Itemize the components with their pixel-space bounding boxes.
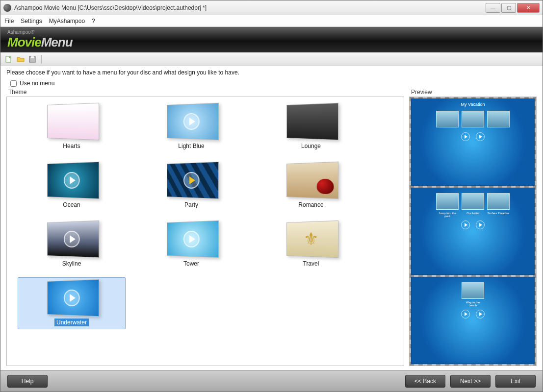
theme-name: Lounge: [299, 142, 323, 150]
preview-thumb: [487, 193, 510, 210]
theme-thumb: [47, 162, 99, 199]
theme-item-skyline[interactable]: Skyline: [18, 219, 126, 270]
app-icon: [3, 4, 11, 12]
preview-box: My VacationJump into the poolOur HotelSu…: [409, 97, 537, 366]
theme-thumb: [47, 279, 99, 317]
play-icon: [64, 172, 80, 189]
theme-item-light-blue[interactable]: Light Blue: [137, 101, 245, 153]
preview-thumb: [487, 111, 510, 127]
brand-bar: Ashampoo® MovieMenu: [0, 27, 543, 52]
open-project-button[interactable]: [16, 55, 25, 64]
preview-control-icon: [461, 220, 470, 229]
app-window: Ashampoo Movie Menu [C:\Users\ssc\Deskto…: [0, 0, 543, 392]
preview-title: My Vacation: [461, 102, 485, 107]
preview-thumb-label: Surfers Paradise: [487, 212, 510, 218]
content-row: Theme HeartsLight BlueLoungeOceanPartyRo…: [0, 89, 543, 370]
use-no-menu-label: Use no menu: [20, 80, 54, 87]
theme-name: Party: [182, 201, 200, 209]
theme-scroll-box[interactable]: HeartsLight BlueLoungeOceanPartyRomanceS…: [6, 97, 404, 366]
svg-rect-2: [31, 56, 34, 58]
theme-name: Ocean: [61, 201, 82, 209]
menu-settings[interactable]: Settings: [21, 18, 42, 24]
use-no-menu-row: Use no menu: [0, 79, 543, 89]
preview-thumb: [436, 111, 459, 127]
preview-thumb: [462, 282, 484, 299]
menu-file[interactable]: File: [4, 18, 14, 24]
theme-thumb: [167, 220, 219, 258]
titlebar: Ashampoo Movie Menu [C:\Users\ssc\Deskto…: [0, 0, 543, 15]
preview-thumb: [462, 193, 484, 210]
theme-thumb: [47, 103, 99, 140]
new-project-button[interactable]: [4, 55, 13, 64]
new-icon: [5, 55, 13, 63]
theme-thumb: [47, 220, 99, 258]
theme-name: Tower: [181, 260, 201, 268]
preview-slide: Way to the beach: [411, 277, 535, 364]
theme-label: Theme: [8, 89, 404, 96]
theme-grid: HeartsLight BlueLoungeOceanPartyRomanceS…: [18, 101, 401, 329]
minimize-button[interactable]: —: [486, 3, 500, 13]
window-controls: — ▢ ✕: [485, 3, 540, 13]
menubar: File Settings MyAshampoo ?: [0, 15, 543, 27]
preview-slide: Jump into the poolOur HotelSurfers Parad…: [411, 188, 535, 275]
brand-word-2: Menu: [41, 35, 73, 49]
theme-thumb: [286, 220, 338, 258]
theme-name: Hearts: [61, 142, 82, 150]
theme-item-ocean[interactable]: Ocean: [18, 160, 126, 212]
theme-thumb: [286, 103, 338, 140]
play-icon: [183, 113, 200, 130]
preview-control-icon: [476, 220, 485, 229]
theme-name: Romance: [296, 201, 325, 209]
toolbar-divider: [41, 55, 42, 64]
preview-control-icon: [461, 132, 470, 141]
theme-thumb: [167, 103, 219, 140]
preview-control-icon: [476, 310, 485, 318]
menu-myashampoo[interactable]: MyAshampoo: [49, 18, 85, 24]
theme-item-underwater[interactable]: Underwater: [18, 277, 126, 329]
toolbar: [0, 52, 543, 66]
theme-item-tower[interactable]: Tower: [137, 219, 245, 270]
theme-name: Travel: [301, 260, 321, 268]
theme-item-lounge[interactable]: Lounge: [257, 101, 365, 153]
preview-slide: My Vacation: [411, 98, 535, 186]
theme-panel: Theme HeartsLight BlueLoungeOceanPartyRo…: [6, 89, 404, 366]
theme-item-romance[interactable]: Romance: [257, 160, 365, 212]
preview-control-icon: [476, 132, 485, 141]
brand-word-1: Movie: [7, 35, 41, 49]
preview-thumb: [436, 193, 459, 210]
theme-thumb: [286, 162, 338, 199]
save-icon: [28, 55, 36, 63]
play-icon: [64, 290, 80, 307]
theme-item-party[interactable]: Party: [137, 160, 245, 212]
preview-thumb-label: Our Hotel: [462, 212, 484, 218]
use-no-menu-checkbox[interactable]: [10, 80, 17, 87]
help-button[interactable]: Help: [7, 375, 48, 388]
menu-help[interactable]: ?: [92, 18, 95, 24]
folder-open-icon: [17, 55, 25, 63]
theme-name: Underwater: [54, 318, 89, 326]
preview-label: Preview: [411, 89, 537, 96]
back-button[interactable]: << Back: [405, 375, 445, 388]
preview-control-icon: [461, 310, 470, 318]
save-project-button[interactable]: [28, 55, 37, 64]
play-icon: [64, 231, 80, 248]
next-button[interactable]: Next >>: [450, 375, 491, 388]
preview-thumb: [462, 111, 484, 127]
theme-thumb: [167, 162, 219, 199]
theme-name: Skyline: [60, 260, 83, 268]
play-icon: [183, 172, 200, 189]
theme-item-hearts[interactable]: Hearts: [18, 101, 126, 153]
theme-name: Light Blue: [176, 142, 206, 150]
preview-thumb-label: Jump into the pool: [436, 212, 459, 218]
wizard-footer: Help << Back Next >> Exit: [0, 370, 543, 392]
maximize-button[interactable]: ▢: [501, 3, 516, 13]
window-title: Ashampoo Movie Menu [C:\Users\ssc\Deskto…: [14, 4, 485, 11]
play-icon: [183, 231, 200, 248]
instruction-text: Please choose if you want to have a menu…: [0, 66, 543, 79]
exit-button[interactable]: Exit: [495, 375, 536, 388]
theme-item-travel[interactable]: Travel: [257, 219, 365, 270]
preview-panel: Preview My VacationJump into the poolOur…: [409, 89, 537, 366]
preview-thumb-label: Way to the beach: [462, 301, 484, 307]
brand-company: Ashampoo®: [7, 29, 73, 35]
close-button[interactable]: ✕: [517, 3, 540, 13]
